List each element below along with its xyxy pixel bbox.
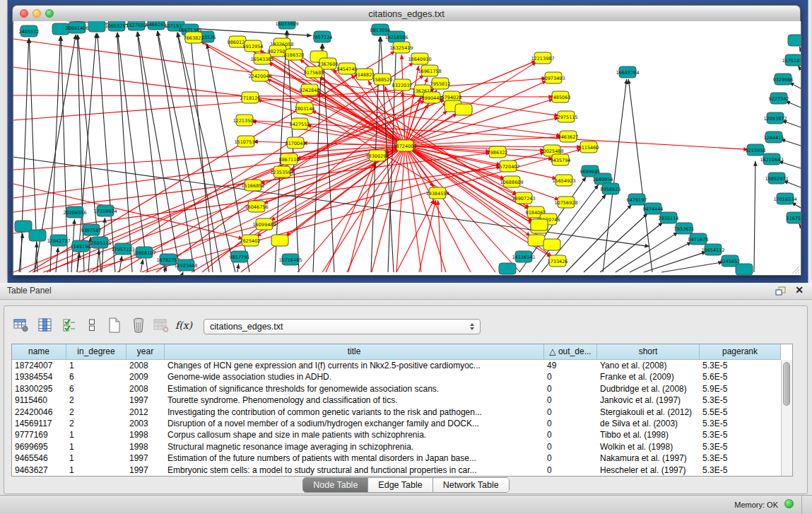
table-settings-button[interactable]	[11, 315, 31, 335]
selected-network-node[interactable]: 15107534	[234, 136, 257, 147]
selected-network-node[interactable]	[271, 235, 288, 246]
network-node[interactable]: 9474444	[643, 203, 664, 214]
table-selector-dropdown[interactable]: citations_edges.txt	[204, 319, 481, 334]
table-row[interactable]: 911546021997Tourette syndrome. Phenomeno…	[12, 395, 781, 406]
selected-network-node[interactable]: 2718126	[240, 92, 261, 103]
network-node[interactable]: 7932621	[674, 223, 695, 234]
tab-network-table[interactable]: Network Table	[433, 478, 509, 492]
network-node[interactable]: 9857791	[230, 251, 250, 262]
selected-network-node[interactable]: 8427552	[290, 118, 310, 129]
float-panel-icon[interactable]	[775, 286, 787, 296]
selected-network-node[interactable]: 15720407	[496, 160, 519, 172]
table-row[interactable]: 1830029562008Estimation of significance …	[12, 383, 781, 395]
selected-network-node[interactable]: 1733426	[548, 255, 568, 267]
row-selection-options-button[interactable]	[59, 315, 79, 335]
table-row[interactable]: 2242004622012Investigating the contribut…	[12, 407, 781, 418]
table-row[interactable]: 1872400712008Changes of HCN gene express…	[12, 360, 781, 371]
selected-network-node[interactable]: 10756928	[554, 197, 577, 208]
selected-network-node[interactable]: 16046756	[245, 201, 268, 212]
network-node[interactable]: 1145194	[71, 240, 91, 252]
selected-network-node[interactable]	[543, 239, 560, 250]
table-row[interactable]: 946362711997Embryonic stem cells: a mode…	[12, 465, 781, 476]
table-row[interactable]: 1456911722003Disruption of a novel membe…	[12, 418, 781, 429]
network-node[interactable]	[29, 230, 46, 241]
network-node[interactable]: 1527602	[126, 21, 147, 30]
selected-network-node[interactable]: 12213987	[531, 52, 554, 64]
selected-network-node[interactable]: 18300295	[365, 150, 389, 161]
selected-network-node[interactable]: 9175685	[304, 66, 324, 78]
selected-network-node[interactable]: 18907243	[512, 192, 535, 204]
merge-tables-button[interactable]	[82, 315, 102, 335]
selected-network-node[interactable]	[531, 219, 548, 230]
network-node[interactable]: 9227342	[769, 93, 789, 104]
network-node[interactable]: 17359924	[93, 205, 117, 216]
network-node[interactable]: 10654112	[701, 244, 724, 255]
selected-network-node[interactable]: 19384554	[425, 187, 449, 199]
selected-network-node[interactable]: 22420046	[248, 70, 271, 81]
scrollbar-thumb[interactable]	[783, 362, 790, 406]
selected-network-node[interactable]: 9115460	[579, 141, 599, 153]
table-vertical-scrollbar[interactable]	[781, 360, 792, 476]
network-node[interactable]: 14136141	[512, 251, 535, 262]
network-node[interactable]: 12093872	[763, 112, 787, 124]
network-node[interactable]: 16033809	[275, 21, 298, 29]
network-node[interactable]: 20691406	[65, 22, 88, 33]
network-node[interactable]: 10653257	[105, 21, 128, 31]
network-node[interactable]: 19218586	[384, 31, 408, 42]
column-header-title[interactable]: title	[165, 344, 544, 360]
selected-network-node[interactable]: 5912954	[243, 40, 264, 52]
selected-network-node[interactable]: 7485063	[551, 91, 571, 103]
selected-network-node[interactable]: 8186328	[284, 49, 305, 60]
network-node[interactable]: 6466161	[146, 21, 167, 30]
network-node[interactable]	[15, 221, 32, 232]
network-node[interactable]: 12923448	[174, 259, 197, 271]
column-header-pagerank[interactable]: pagerank	[700, 344, 781, 360]
selected-network-node[interactable]: 10688609	[500, 176, 523, 187]
canvas-resize-grip[interactable]	[789, 264, 799, 274]
network-node[interactable]: 15751074	[782, 54, 801, 66]
column-header-year[interactable]: year	[126, 344, 165, 360]
selected-network-node[interactable]	[455, 104, 472, 115]
network-node[interactable]: 8958923	[601, 183, 621, 194]
delete-table-button[interactable]	[129, 315, 148, 335]
network-node[interactable]: 9329966	[773, 74, 794, 85]
selected-network-node[interactable]: 7955812	[430, 78, 451, 89]
function-builder-button[interactable]: f(x)	[174, 315, 194, 335]
table-row[interactable]: 1938455462009Genome-wide association stu…	[12, 371, 781, 382]
network-node[interactable]: 116753	[787, 212, 801, 223]
selected-network-node[interactable]: 16099489	[252, 218, 276, 230]
table-row[interactable]: 977716911998Corpus callosum shape and si…	[12, 429, 781, 440]
network-node[interactable]: 6479197	[627, 194, 647, 205]
network-window-titlebar[interactable]: citations_edges.txt	[12, 5, 801, 23]
new-table-button[interactable]	[105, 315, 124, 335]
network-node[interactable]: 10958107	[132, 247, 155, 258]
network-node[interactable]: 2405572	[19, 25, 40, 37]
selected-network-node[interactable]: 15654923	[552, 175, 575, 186]
selected-network-node[interactable]: 8322037	[392, 79, 413, 90]
selected-network-node[interactable]	[528, 235, 545, 246]
network-node[interactable]	[88, 21, 105, 32]
selected-network-node[interactable]: 9463627	[558, 131, 579, 142]
citation-network-graph[interactable]: 2405572206914061065325715276026466161107…	[13, 21, 801, 275]
selected-network-node[interactable]: 12975115	[554, 111, 577, 122]
network-node[interactable]	[499, 263, 516, 274]
network-node[interactable]: 12942737	[47, 235, 70, 246]
network-node[interactable]: 2935114	[659, 212, 679, 223]
column-header-name[interactable]: name	[12, 344, 66, 360]
network-canvas[interactable]: 2405572206914061065325715276026466161107…	[13, 21, 801, 276]
tab-node-table[interactable]: Node Table	[303, 478, 367, 492]
network-node[interactable]: 8471678	[688, 233, 709, 245]
network-node[interactable]: 7857224	[312, 31, 333, 42]
selected-network-node[interactable]: 1588520	[372, 74, 393, 85]
network-node[interactable]: 9397587	[81, 224, 102, 235]
network-node[interactable]	[736, 264, 753, 275]
selected-network-node[interactable]: 7986322	[488, 146, 508, 158]
selected-network-node[interactable]: 16325419	[389, 42, 413, 53]
network-node[interactable]: 16648784	[616, 66, 639, 78]
selected-network-node[interactable]: 16543382	[250, 53, 273, 64]
selected-network-node[interactable]: 7625402	[240, 235, 261, 246]
selected-network-node[interactable]: 18724007	[393, 140, 416, 151]
selected-network-node[interactable]: 9242848	[300, 84, 320, 95]
network-node[interactable]: 9215958	[746, 144, 766, 156]
network-node[interactable]	[788, 35, 801, 46]
